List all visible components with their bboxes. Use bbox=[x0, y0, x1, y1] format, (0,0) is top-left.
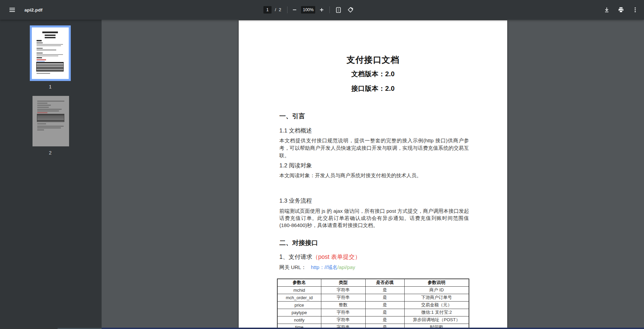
thumbnail-sketch-line bbox=[37, 42, 43, 43]
subsection-audience-heading: 1.2 阅读对象 bbox=[279, 162, 312, 169]
subsection-overview-heading: 1.1 文档概述 bbox=[279, 127, 312, 135]
thumbnail-sidebar: 1 2 bbox=[0, 20, 102, 329]
param-table-header-row: 参数名类型是否必填参数说明 bbox=[277, 279, 469, 286]
doc-main-title: 支付接口文档 bbox=[239, 54, 507, 65]
param-table-row: mchid字符串是商户 ID bbox=[277, 286, 469, 294]
thumbnail-table-sketch bbox=[36, 62, 64, 71]
thumbnail-page-1[interactable] bbox=[30, 25, 71, 81]
thumbnail-sketch-line bbox=[37, 59, 46, 60]
thumbnail-sketch-line bbox=[37, 73, 50, 74]
thumbnail-sketch-line bbox=[37, 123, 46, 124]
print-button[interactable] bbox=[616, 5, 626, 15]
toolbar-right-group bbox=[602, 0, 640, 20]
rotate-button[interactable] bbox=[346, 5, 355, 14]
thumbnail-sketch-line bbox=[37, 40, 42, 41]
toolbar-left-group: api2.pdf bbox=[7, 0, 42, 20]
thumbnail-sketch-line bbox=[37, 112, 47, 113]
toolbar-center-group: / 2 100% bbox=[263, 0, 355, 20]
param-table-cell: 整数 bbox=[321, 301, 365, 309]
param-table-cell: 是 bbox=[365, 286, 404, 294]
minus-icon bbox=[292, 7, 297, 13]
thumbnail-sketch-line bbox=[37, 44, 63, 45]
param-table-cell: 是 bbox=[365, 301, 404, 309]
thumbnail-page-2[interactable] bbox=[33, 96, 69, 146]
thumbnail-sketch-line bbox=[45, 35, 56, 36]
menu-icon[interactable] bbox=[7, 4, 18, 15]
param-table-cell: 字符串 bbox=[321, 294, 365, 301]
pdf-page-1: 支付接口文档 文档版本：2.0 接口版本：2.0 一、引言 1.1 文档概述 本… bbox=[239, 20, 507, 329]
audience-paragraph: 本文阅读对象：开发人员与商户系统对接支付相关的技术人员。 bbox=[279, 172, 469, 179]
pdf-viewport[interactable]: 支付接口文档 文档版本：2.0 接口版本：2.0 一、引言 1.1 文档概述 本… bbox=[102, 20, 644, 329]
download-icon bbox=[604, 7, 610, 13]
param-table-cell: 是 bbox=[365, 309, 404, 316]
thumbnail-sketch-line bbox=[37, 61, 45, 62]
thumbnail-sketch-line bbox=[37, 45, 61, 46]
toolbar-divider bbox=[287, 6, 287, 13]
pay-request-heading: 1、支付请求（post 表单提交） bbox=[279, 253, 361, 261]
bottom-edge-strip bbox=[102, 328, 644, 329]
menu-bar bbox=[9, 11, 15, 12]
param-table-cell: 字符串 bbox=[321, 316, 365, 324]
kebab-menu-icon bbox=[632, 7, 638, 13]
subsection-flow-heading: 1.3 业务流程 bbox=[279, 197, 312, 205]
thumbnail-sketch-line bbox=[37, 109, 62, 110]
param-table-header-cell: 参数说明 bbox=[404, 279, 469, 286]
document-title: api2.pdf bbox=[24, 7, 42, 13]
pay-request-heading-text: 1、支付请求 bbox=[279, 253, 312, 260]
param-table-cell: 是 bbox=[365, 294, 404, 301]
param-table-cell: price bbox=[277, 301, 321, 309]
flow-paragraph: 前端测试页面使用 js 的 ajax 做访问，所有接口 post 方式提交，商户… bbox=[279, 207, 469, 229]
param-table-cell: 下游商户订单号 bbox=[404, 294, 469, 301]
thumbnail-label-2: 2 bbox=[30, 150, 71, 156]
param-table-row: paytype字符串是微信:1 支付宝:2 bbox=[277, 309, 469, 316]
fit-to-page-button[interactable] bbox=[334, 5, 343, 14]
section-intro-heading: 一、引言 bbox=[279, 112, 305, 121]
thumbnail-page-1-preview bbox=[32, 27, 69, 79]
page-number-input[interactable] bbox=[263, 6, 272, 14]
thumbnail-sketch-line bbox=[37, 129, 44, 130]
menu-bar bbox=[9, 8, 15, 8]
param-table-cell: notify bbox=[277, 316, 321, 324]
param-table: 参数名类型是否必填参数说明mchid字符串是商户 IDmch_order_id字… bbox=[277, 279, 469, 329]
param-table-header-cell: 参数名 bbox=[277, 279, 321, 286]
thumbnail-sketch-line bbox=[37, 48, 43, 49]
menu-bar bbox=[9, 9, 15, 10]
thumbnail-sketch-line bbox=[37, 127, 61, 128]
param-table-cell: mch_order_id bbox=[277, 294, 321, 301]
param-table-header-cell: 类型 bbox=[321, 279, 365, 286]
param-table-cell: 字符串 bbox=[321, 309, 365, 316]
thumbnail-sketch-line bbox=[37, 105, 51, 106]
section-api-heading: 二、对接接口 bbox=[279, 239, 318, 247]
plus-icon bbox=[319, 7, 324, 13]
thumbnail-label-1: 1 bbox=[30, 84, 71, 89]
download-button[interactable] bbox=[602, 5, 611, 15]
param-table-cell: 微信:1 支付宝:2 bbox=[404, 309, 469, 316]
more-options-button[interactable] bbox=[630, 5, 640, 15]
zoom-in-button[interactable] bbox=[317, 5, 326, 14]
zoom-out-button[interactable] bbox=[290, 5, 299, 14]
thumbnail-sketch-line bbox=[37, 49, 56, 50]
zoom-level-value[interactable]: 100% bbox=[301, 6, 315, 14]
thumbnail-sketch-line bbox=[37, 107, 49, 108]
thumbnail-sketch-line bbox=[37, 53, 43, 54]
param-table-row: mch_order_id字符串是下游商户订单号 bbox=[277, 294, 469, 301]
thumbnail-sketch-line bbox=[42, 32, 58, 33]
gateway-url-label: 网关 URL： bbox=[279, 264, 306, 270]
thumbnail-sketch-line bbox=[37, 103, 47, 104]
param-table-cell: 交易金额（元） bbox=[404, 301, 469, 309]
param-table-cell: mchid bbox=[277, 286, 321, 294]
thumbnail-sketch-line bbox=[45, 37, 56, 38]
gateway-url-domain-link[interactable]: http：//域名 bbox=[311, 264, 337, 270]
param-table-cell: 商户 ID bbox=[404, 286, 469, 294]
thumbnail-sketch-line bbox=[37, 56, 58, 57]
gateway-url-path: /api/pay bbox=[338, 264, 356, 270]
thumbnail-sketch-line bbox=[37, 101, 64, 102]
param-table-cell: paytype bbox=[277, 309, 321, 316]
thumbnail-sketch-line bbox=[37, 126, 64, 127]
param-table-row: price整数是交易金额（元） bbox=[277, 301, 469, 309]
param-table-row: notify字符串是异步回调地址（POST） bbox=[277, 316, 469, 324]
rotate-icon bbox=[347, 6, 354, 13]
toolbar-divider bbox=[329, 6, 330, 13]
param-table-header-cell: 是否必填 bbox=[365, 279, 404, 286]
thumbnail-sketch-line bbox=[37, 110, 59, 111]
